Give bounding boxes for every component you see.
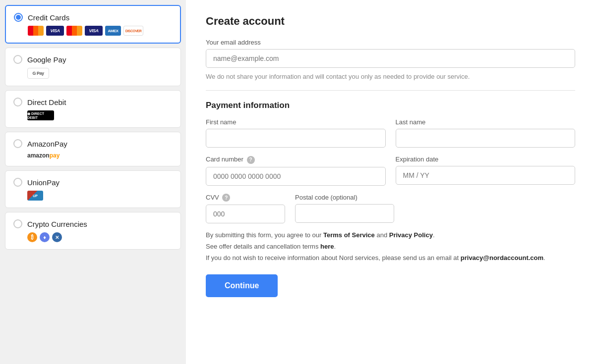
- discover-icon: DISCOVER: [123, 26, 143, 36]
- card-number-help-icon[interactable]: ?: [247, 156, 255, 164]
- postal-col: Postal code (optional): [295, 194, 394, 224]
- name-row: First name Last name: [206, 118, 575, 148]
- option-google-pay[interactable]: Google Pay G Pay: [5, 48, 181, 86]
- first-name-label: First name: [206, 118, 386, 126]
- option-crypto-label: Crypto Currencies: [27, 220, 87, 228]
- union-pay-icons: UP: [27, 191, 173, 201]
- email-section: Your email address We do not share your …: [206, 39, 575, 80]
- payment-section-title: Payment information: [206, 101, 575, 110]
- terms-line3: If you do not wish to receive informatio…: [206, 254, 575, 261]
- expiry-col: Expiration date: [396, 156, 576, 186]
- last-name-label: Last name: [396, 118, 576, 126]
- option-amazon-pay-label: AmazonPay: [27, 140, 67, 148]
- gpay-icon: G Pay: [27, 68, 49, 79]
- unionpay-icon: UP: [27, 191, 43, 201]
- last-name-input[interactable]: [396, 129, 576, 148]
- amazonpay-icon: amazonpay: [27, 152, 60, 159]
- here-link[interactable]: here: [320, 243, 334, 250]
- last-name-col: Last name: [396, 118, 576, 148]
- cvv-label: CVV ?: [206, 194, 285, 202]
- option-google-pay-label: Google Pay: [27, 55, 66, 64]
- payment-options-panel: Credit Cards VISA VISA AMEX DISCOVER Goo…: [0, 0, 186, 364]
- option-union-pay[interactable]: UnionPay UP: [5, 170, 181, 208]
- first-name-input[interactable]: [206, 129, 386, 148]
- option-crypto[interactable]: Crypto Currencies ₿ ♦ ✕: [5, 212, 181, 250]
- option-credit-cards-label: Credit Cards: [28, 13, 69, 22]
- card-number-input[interactable]: [206, 167, 386, 186]
- amex-icon: AMEX: [105, 26, 121, 36]
- card-row: Card number ? Expiration date: [206, 156, 575, 186]
- credit-cards-icons: VISA VISA AMEX DISCOVER: [28, 26, 172, 36]
- option-amazon-pay[interactable]: AmazonPay amazonpay: [5, 132, 181, 166]
- crypto-icons: ₿ ♦ ✕: [27, 232, 173, 242]
- privacy-note: We do not share your information and wil…: [206, 73, 575, 80]
- payment-section: Payment information First name Last name…: [206, 101, 575, 297]
- email-input[interactable]: [206, 49, 575, 68]
- cvv-col: CVV ?: [206, 194, 285, 224]
- form-panel: Create account Your email address We do …: [186, 0, 595, 364]
- option-direct-debit[interactable]: Direct Debit ◉ DIRECT DEBIT: [5, 90, 181, 128]
- ethereum-icon: ♦: [40, 232, 50, 242]
- cvv-row: CVV ? Postal code (optional): [206, 194, 575, 224]
- privacy-email-link[interactable]: privacy@nordaccount.com: [461, 254, 543, 261]
- cvv-help-icon[interactable]: ?: [222, 194, 230, 202]
- terms-line2: See offer details and cancellation terms…: [206, 243, 575, 250]
- postal-input[interactable]: [295, 204, 394, 223]
- cvv-input[interactable]: [206, 205, 285, 223]
- card-number-col: Card number ?: [206, 156, 386, 186]
- terms-line1: By submitting this form, you agree to ou…: [206, 231, 575, 239]
- first-name-col: First name: [206, 118, 386, 148]
- radio-google-pay[interactable]: [13, 55, 22, 64]
- expiry-label: Expiration date: [396, 156, 576, 163]
- radio-credit-cards[interactable]: [14, 13, 23, 22]
- card-number-label: Card number ?: [206, 156, 386, 164]
- xrp-icon: ✕: [52, 232, 62, 242]
- radio-amazon-pay[interactable]: [13, 139, 22, 148]
- visa-icon: VISA: [46, 26, 64, 36]
- radio-crypto[interactable]: [13, 219, 22, 228]
- visa2-icon: VISA: [85, 26, 103, 36]
- page-title: Create account: [206, 15, 575, 28]
- privacy-policy-link[interactable]: Privacy Policy: [389, 231, 433, 239]
- empty-col: [404, 194, 575, 224]
- mastercard-icon: [28, 26, 44, 36]
- expiry-input[interactable]: [396, 166, 576, 185]
- google-pay-icons: G Pay: [27, 68, 173, 79]
- radio-direct-debit[interactable]: [13, 98, 22, 106]
- mastercard2-icon: [66, 26, 82, 36]
- postal-label: Postal code (optional): [295, 194, 394, 201]
- option-union-pay-label: UnionPay: [27, 178, 60, 187]
- email-label: Your email address: [206, 39, 575, 46]
- option-direct-debit-label: Direct Debit: [27, 98, 66, 106]
- direct-debit-icons: ◉ DIRECT DEBIT: [27, 110, 173, 120]
- continue-button[interactable]: Continue: [206, 274, 278, 297]
- radio-union-pay[interactable]: [13, 178, 22, 187]
- bitcoin-icon: ₿: [27, 232, 37, 242]
- tos-link[interactable]: Terms of Service: [323, 231, 375, 239]
- option-credit-cards[interactable]: Credit Cards VISA VISA AMEX DISCOVER: [5, 5, 181, 44]
- direct-debit-icon: ◉ DIRECT DEBIT: [27, 110, 54, 120]
- section-divider: [206, 90, 575, 91]
- amazon-pay-icons: amazonpay: [27, 152, 173, 159]
